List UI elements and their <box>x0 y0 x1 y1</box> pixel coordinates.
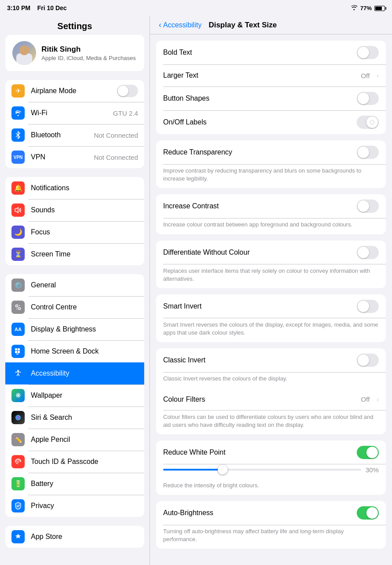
button-shapes-toggle[interactable] <box>357 92 379 105</box>
sidebar-item-siri-search[interactable]: Siri & Search <box>5 407 144 429</box>
smart-invert-toggle[interactable] <box>357 300 379 313</box>
battery-icon: 🔋 <box>11 477 25 490</box>
general-icon: ⚙️ <box>11 279 25 292</box>
touch-id-icon <box>11 455 25 468</box>
sidebar-item-battery[interactable]: 🔋 Battery <box>5 473 144 495</box>
invert-colour-filters-group: Classic Invert Classic Invert reverses t… <box>156 348 386 434</box>
svg-rect-6 <box>15 348 17 350</box>
reduce-transparency-toggle[interactable] <box>357 146 379 159</box>
differentiate-colour-desc: Replaces user interface items that rely … <box>156 264 386 288</box>
sidebar-item-general[interactable]: ⚙️ General <box>5 274 144 296</box>
sidebar-item-airplane-mode[interactable]: ✈ Airplane Mode <box>5 80 144 102</box>
svg-rect-8 <box>15 351 17 353</box>
auto-brightness-group: Auto-Brightness Turning off auto-brightn… <box>156 501 386 549</box>
differentiate-colour-row[interactable]: Differentiate Without Colour <box>156 241 386 264</box>
increase-contrast-group: Increase Contrast Increase colour contra… <box>156 194 386 234</box>
sounds-label: Sounds <box>31 206 138 214</box>
back-label: Accessibility <box>163 21 202 29</box>
sidebar-item-vpn[interactable]: VPN VPN Not Connected <box>5 146 144 168</box>
onoff-labels-row[interactable]: On/Off Labels <box>156 110 386 134</box>
reduce-white-point-toggle[interactable] <box>357 446 379 459</box>
onoff-labels-toggle[interactable] <box>357 116 379 129</box>
airplane-mode-toggle[interactable] <box>117 85 138 97</box>
increase-contrast-row[interactable]: Increase Contrast <box>156 194 386 218</box>
sidebar-item-notifications[interactable]: 🔔 Notifications <box>5 177 144 199</box>
notifications-icon: 🔔 <box>11 181 25 195</box>
white-point-slider-container[interactable]: 30% <box>156 464 386 479</box>
back-button[interactable]: ‹ Accessibility <box>159 20 202 30</box>
screen-time-label: Screen Time <box>31 250 138 258</box>
display-brightness-icon: AA <box>11 323 25 336</box>
notifications-label: Notifications <box>31 184 138 192</box>
onoff-labels-label: On/Off Labels <box>163 118 351 126</box>
sidebar-item-bluetooth[interactable]: Bluetooth Not Connected <box>5 124 144 146</box>
sidebar-item-focus[interactable]: 🌙 Focus <box>5 221 144 243</box>
bluetooth-icon <box>11 128 25 142</box>
sidebar-item-screen-time[interactable]: ⏳ Screen Time <box>5 243 144 265</box>
larger-text-value: Off <box>361 72 370 79</box>
profile-name: Ritik Singh <box>41 45 137 54</box>
smart-invert-row[interactable]: Smart Invert <box>156 294 386 318</box>
system-group: ⚙️ General Control Centre AA Display & B… <box>5 274 144 517</box>
differentiate-colour-toggle[interactable] <box>357 246 379 259</box>
auto-brightness-row[interactable]: Auto-Brightness <box>156 501 386 525</box>
vpn-value: Not Connected <box>94 154 138 161</box>
classic-invert-label: Classic Invert <box>163 356 351 364</box>
sidebar-item-touch-id[interactable]: Touch ID & Passcode <box>5 451 144 473</box>
white-point-slider-value: 30% <box>366 466 379 474</box>
reduce-transparency-desc: Improve contrast by reducing transparenc… <box>156 164 386 188</box>
svg-point-12 <box>15 415 21 420</box>
sidebar-item-home-screen[interactable]: Home Screen & Dock <box>5 340 144 362</box>
sidebar-item-apple-pencil[interactable]: ✏️ Apple Pencil <box>5 429 144 451</box>
button-shapes-row[interactable]: Button Shapes <box>156 87 386 110</box>
svg-rect-10 <box>16 354 19 354</box>
apple-pencil-label: Apple Pencil <box>31 436 138 444</box>
svg-point-3 <box>19 308 21 310</box>
bold-text-label: Bold Text <box>163 49 351 56</box>
colour-filters-row[interactable]: Colour Filters Off › <box>156 388 386 411</box>
increase-contrast-toggle[interactable] <box>357 200 379 213</box>
touch-id-label: Touch ID & Passcode <box>31 458 138 466</box>
classic-invert-toggle[interactable] <box>357 354 379 367</box>
smart-invert-desc: Smart Invert reverses the colours of the… <box>156 318 386 342</box>
bold-text-row[interactable]: Bold Text <box>156 41 386 64</box>
profile-section[interactable]: Ritik Singh Apple ID, iCloud, Media & Pu… <box>5 35 144 71</box>
classic-invert-desc: Classic Invert reverses the colours of t… <box>156 372 386 388</box>
differentiate-colour-label: Differentiate Without Colour <box>163 249 351 256</box>
white-point-slider-track[interactable] <box>163 469 361 471</box>
classic-invert-row[interactable]: Classic Invert <box>156 348 386 372</box>
sidebar-item-wifi[interactable]: Wi-Fi GTU 2.4 <box>5 102 144 124</box>
colour-filters-desc: Colour filters can be used to differenti… <box>156 411 386 434</box>
wifi-icon <box>351 5 358 11</box>
sidebar-item-app-store[interactable]: App Store <box>5 526 144 548</box>
svg-point-2 <box>16 305 18 307</box>
sidebar-item-accessibility[interactable]: Accessibility <box>5 362 144 384</box>
home-screen-icon <box>11 345 25 358</box>
control-centre-icon <box>11 301 25 314</box>
sidebar-item-privacy[interactable]: Privacy <box>5 495 144 517</box>
sidebar-item-wallpaper[interactable]: ❋ Wallpaper <box>5 384 144 407</box>
sidebar-item-sounds[interactable]: Sounds <box>5 199 144 221</box>
differentiate-colour-group: Differentiate Without Colour Replaces us… <box>156 241 386 288</box>
white-point-slider-thumb[interactable] <box>218 465 228 475</box>
notifications-group: 🔔 Notifications Sounds 🌙 Focus ⏳ Screen … <box>5 177 144 265</box>
larger-text-chevron: › <box>377 72 379 79</box>
larger-text-row[interactable]: Larger Text Off › <box>156 64 386 87</box>
reduce-white-point-group: Reduce White Point 30% Reduce the intens… <box>156 441 386 495</box>
sidebar-item-control-centre[interactable]: Control Centre <box>5 296 144 318</box>
reduce-transparency-row[interactable]: Reduce Transparency <box>156 140 386 164</box>
privacy-label: Privacy <box>31 502 138 510</box>
svg-point-13 <box>17 461 19 463</box>
battery-icon <box>374 5 385 11</box>
airplane-mode-label: Airplane Mode <box>31 87 111 95</box>
display-text-size-group: Bold Text Larger Text Off › Button Shape… <box>156 41 386 134</box>
reduce-white-point-row[interactable]: Reduce White Point <box>156 441 386 464</box>
sidebar-item-display-brightness[interactable]: AA Display & Brightness <box>5 318 144 340</box>
app-store-group: App Store <box>5 526 144 548</box>
wifi-icon <box>11 106 25 120</box>
right-panel: ‹ Accessibility Display & Text Size Bold… <box>150 16 392 565</box>
auto-brightness-toggle[interactable] <box>357 506 379 520</box>
increase-contrast-label: Increase Contrast <box>163 202 351 210</box>
bold-text-toggle[interactable] <box>357 46 379 59</box>
smart-invert-label: Smart Invert <box>163 302 351 310</box>
